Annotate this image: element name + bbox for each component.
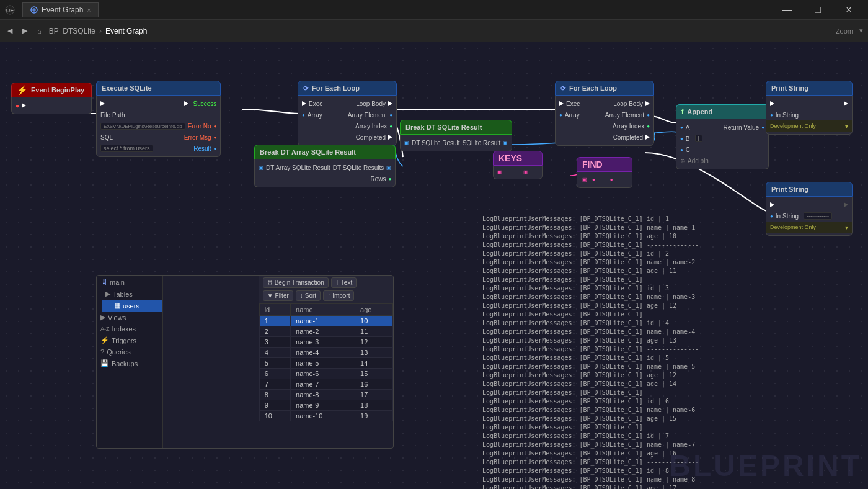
- keys-header: KEYS: [493, 151, 542, 166]
- db-users-icon: ▦: [114, 302, 120, 310]
- breakdt-in-row: ▣ DT SQLite Result SQLite Result ▣: [401, 137, 512, 148]
- db-main-header[interactable]: 🗄 main: [97, 277, 162, 288]
- db-main-section: 🗄 main ▶ Tables ▦ users: [97, 276, 162, 370]
- db-triggers-header[interactable]: ⚡ Triggers: [97, 334, 162, 346]
- sql-label-row: SQL Error Msg ●: [97, 132, 220, 143]
- back-button[interactable]: ◀: [5, 25, 15, 36]
- db-backups-header[interactable]: 💾 Backups: [97, 357, 162, 369]
- execute-label: Execute SQLite: [102, 84, 152, 92]
- close-button[interactable]: ×: [835, 2, 863, 17]
- table-row[interactable]: 4name-413: [259, 348, 392, 358]
- table-cell: 4: [259, 348, 290, 358]
- log-line: LogBlueprintUserMessages: [BP_DTSQLite_C…: [482, 249, 863, 258]
- log-line: LogBlueprintUserMessages: [BP_DTSQLite_C…: [482, 423, 863, 432]
- forward-button[interactable]: ▶: [20, 25, 30, 36]
- log-line: LogBlueprintUserMessages: [BP_DTSQLite_C…: [482, 441, 863, 449]
- find-node: FIND ▣ ● ●: [577, 157, 632, 188]
- table-row[interactable]: 8name-817: [259, 390, 392, 400]
- foreach1-loopbody-label: Loop Body: [356, 101, 386, 107]
- back-icon: ◀: [7, 27, 12, 35]
- log-line: LogBlueprintUserMessages: [BP_DTSQLite_C…: [482, 328, 863, 336]
- db-users-item[interactable]: ▦ users: [102, 300, 162, 312]
- event-graph-tab[interactable]: Event Graph ×: [22, 2, 99, 17]
- table-cell: 5: [259, 358, 290, 369]
- append-addpin-row[interactable]: ⊕ Add pin: [676, 155, 768, 166]
- text-button[interactable]: T Text: [331, 277, 356, 288]
- breadcrumb-item-2[interactable]: Event Graph: [105, 27, 147, 35]
- append-header: f Append: [676, 104, 769, 119]
- append-icon: f: [681, 109, 683, 115]
- print2-header: Print String: [766, 182, 852, 197]
- tab-close-icon[interactable]: ×: [87, 7, 91, 14]
- beginplay-node: ⚡ Event BeginPlay ●: [11, 83, 92, 114]
- db-tables-group: ▶ Tables ▦ users: [97, 288, 162, 312]
- ue-logo: UE: [5, 5, 15, 15]
- find-out-pin: ●: [610, 177, 613, 182]
- append-b-label: B: [686, 135, 690, 142]
- begin-transaction-button[interactable]: ⚙ Begin Transaction: [263, 277, 329, 288]
- table-cell: 19: [355, 411, 393, 421]
- print2-label: Print String: [771, 186, 808, 193]
- table-cell: 14: [355, 358, 393, 369]
- table-row[interactable]: 5name-514: [259, 358, 392, 369]
- result-label: Result: [193, 145, 211, 152]
- append-b-row: ● B |: [676, 133, 768, 144]
- db-data-table: id name age 1name-1102name-2113name-3124…: [259, 303, 393, 421]
- blueprint-canvas[interactable]: ⚡ Event BeginPlay ● Execute SQLite Succe…: [0, 42, 868, 489]
- beginplay-exec-out: [22, 103, 26, 108]
- keys-in-pin: ▣: [497, 169, 502, 175]
- import-button[interactable]: ↑ Import: [323, 290, 354, 301]
- foreach1-array-row: ● Array Array Element ●: [298, 109, 396, 120]
- log-line: LogBlueprintUserMessages: [BP_DTSQLite_C…: [482, 475, 863, 484]
- append-return-pin: ●: [761, 125, 764, 130]
- breakarray-label: Break DT Array SQLite Result: [260, 148, 356, 156]
- sort-button[interactable]: ↕ Sort: [296, 290, 321, 301]
- log-line: LogBlueprintUserMessages: [BP_DTSQLite_C…: [482, 484, 863, 489]
- print1-devonly-row: Development Only ▾: [766, 120, 852, 132]
- foreach1-header: ⟳ For Each Loop: [298, 81, 397, 96]
- log-line: LogBlueprintUserMessages: [BP_DTSQLite_C…: [482, 302, 863, 310]
- foreach1-loopbody-out: [388, 101, 392, 106]
- db-tables-icon: ▶: [105, 290, 110, 298]
- graph-icon: [30, 6, 38, 14]
- errorNo-pin: ●: [214, 123, 217, 129]
- log-line: LogBlueprintUserMessages: [BP_DTSQLite_C…: [482, 232, 863, 241]
- db-tables-header[interactable]: ▶ Tables: [102, 288, 162, 300]
- table-row[interactable]: 1name-110: [259, 316, 392, 326]
- print1-header: Print String: [766, 81, 852, 96]
- maximize-button[interactable]: □: [804, 2, 832, 17]
- foreach2-array-label: Array: [565, 112, 580, 119]
- db-tables-label: Tables: [113, 290, 133, 298]
- table-row[interactable]: 7name-716: [259, 379, 392, 390]
- db-table-wrapper: id name age 1name-1102name-2113name-3124…: [259, 303, 393, 421]
- foreach1-completed-out: [388, 135, 392, 140]
- table-row[interactable]: 6name-615: [259, 369, 392, 379]
- table-row[interactable]: 2name-211: [259, 326, 392, 337]
- filter-icon: ▼: [267, 292, 273, 299]
- log-line: LogBlueprintUserMessages: [BP_DTSQLite_C…: [482, 293, 863, 302]
- sort-icon: ↕: [300, 292, 303, 299]
- db-triggers-label: Triggers: [112, 337, 136, 344]
- table-row[interactable]: 3name-312: [259, 337, 392, 348]
- breadcrumb-item-1[interactable]: BP_DTSQLite: [49, 27, 95, 35]
- svg-text:UE: UE: [6, 7, 14, 14]
- table-cell: 7: [259, 379, 290, 390]
- db-triggers-icon: ⚡: [100, 336, 109, 344]
- minimize-button[interactable]: —: [773, 2, 801, 17]
- print1-devonly-chevron: ▾: [845, 123, 848, 130]
- find-header: FIND: [577, 157, 632, 172]
- home-button[interactable]: ⌂: [35, 26, 44, 36]
- file-path-row: File Path: [97, 109, 220, 120]
- sql-value-row: select * from users Result ●: [97, 143, 220, 154]
- table-row[interactable]: 9name-918: [259, 400, 392, 411]
- find-label: FIND: [582, 159, 603, 169]
- db-views-header[interactable]: ▶ Views: [97, 312, 162, 323]
- db-indexes-header[interactable]: A-Z Indexes: [97, 323, 162, 334]
- sql-value: select * from users: [100, 145, 153, 152]
- db-queries-header[interactable]: ? Queries: [97, 346, 162, 357]
- foreach1-completed-label: Completed: [356, 134, 386, 141]
- table-row[interactable]: 10name-1019: [259, 411, 392, 421]
- filter-button[interactable]: ▼ Filter: [263, 290, 293, 301]
- execute-exec-out-arrow: [184, 101, 188, 107]
- breakarray-in-row: ▣ DT Array SQLite Result DT SQLite Resul…: [255, 162, 395, 173]
